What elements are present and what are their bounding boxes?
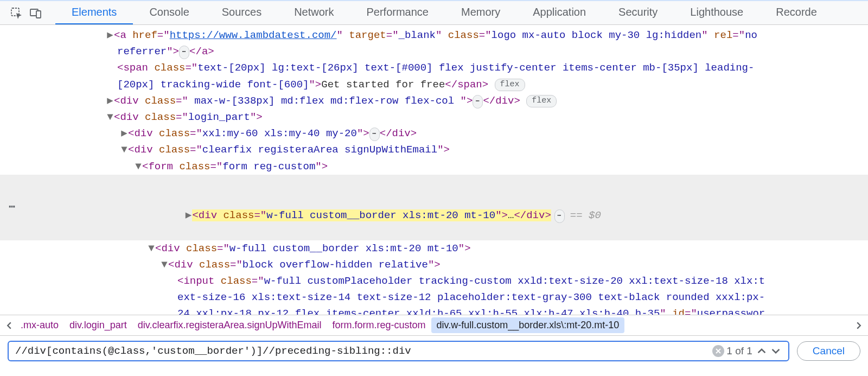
more-actions-icon[interactable]: ⋯ (9, 199, 16, 215)
flex-badge[interactable]: flex (526, 95, 557, 107)
elements-tree[interactable]: ▶<a href="https://www.lambdatest.com/" t… (0, 25, 868, 315)
tree-node-sibling-div[interactable]: ▼<div class="w-full custom__border xls:m… (0, 240, 868, 257)
flex-badge[interactable]: flex (495, 79, 525, 91)
tree-node-flex-div[interactable]: ▶<div class=" max-w-[338px] md:flex md:f… (0, 93, 868, 109)
find-next-icon[interactable] (769, 344, 783, 358)
svg-rect-2 (36, 11, 41, 18)
tab-application[interactable]: Application (516, 1, 602, 25)
tree-node-span[interactable]: <span class="text-[20px] lg:text-[26px] … (0, 60, 868, 76)
tab-lighthouse[interactable]: Lighthouse (674, 1, 760, 25)
tree-node-clearfix[interactable]: ▼<div class="clearfix registeraArea sign… (0, 142, 868, 158)
tree-node-input-cont[interactable]: ext-size-16 xls:text-size-14 text-size-1… (0, 289, 868, 305)
tab-elements[interactable]: Elements (55, 1, 133, 25)
tree-node-a[interactable]: ▶<a href="https://www.lambdatest.com/" t… (0, 27, 868, 43)
ellipsis-icon[interactable]: ⋯ (554, 209, 565, 223)
devtools-tabs: Elements Console Sources Network Perform… (55, 1, 833, 24)
ellipsis-icon[interactable]: ⋯ (369, 128, 380, 141)
tree-node-span-cont[interactable]: [20px] tracking-wide font-[600]">Get sta… (0, 77, 868, 93)
find-input-wrap: 1 of 1 (8, 341, 789, 361)
breadcrumb-item[interactable]: div.clearfix.registeraArea.signUpWithEma… (132, 317, 327, 333)
tab-sources[interactable]: Sources (206, 1, 278, 25)
breadcrumb-scroll-right-icon[interactable] (853, 320, 865, 332)
ellipsis-icon[interactable]: ⋯ (179, 46, 189, 59)
breadcrumb-scroll-left-icon[interactable] (3, 320, 15, 332)
tree-node-a-cont[interactable]: referrer">⋯</a> (0, 43, 868, 60)
breadcrumb: .mx-auto div.login_part div.clearfix.reg… (0, 315, 868, 335)
breadcrumb-item[interactable]: form.form.reg-custom (327, 317, 431, 333)
breadcrumb-item[interactable]: .mx-auto (15, 317, 64, 333)
tab-network[interactable]: Network (278, 1, 350, 25)
tree-node-selected[interactable]: ⋯ ▶<div class="w-full custom__border xls… (0, 175, 868, 240)
tree-node-input[interactable]: <input class="w-full customPlaceholder t… (0, 273, 868, 289)
inspect-element-icon[interactable] (7, 3, 26, 23)
breadcrumb-item-selected[interactable]: div.w-full.custom__border.xls\:mt-20.mt-… (431, 317, 625, 333)
clear-icon[interactable] (712, 345, 724, 357)
breadcrumb-item[interactable]: div.login_part (64, 317, 132, 333)
find-input[interactable] (14, 345, 712, 358)
devtools-toolbar: Elements Console Sources Network Perform… (0, 0, 868, 25)
find-prev-icon[interactable] (755, 344, 769, 358)
tree-node-input-cont2[interactable]: 24 xxl:px-18 px-12 flex items-center xxl… (0, 305, 868, 315)
tree-node-login-part[interactable]: ▼<div class="login_part"> (0, 109, 868, 125)
tab-security[interactable]: Security (602, 1, 674, 25)
tab-memory[interactable]: Memory (445, 1, 516, 25)
tab-console[interactable]: Console (133, 1, 205, 25)
ellipsis-icon[interactable]: ⋯ (473, 95, 483, 109)
eq-dollar-hint: == $0 (570, 209, 601, 221)
tree-node-block-div[interactable]: ▼<div class="block overflow-hidden relat… (0, 257, 868, 273)
find-bar: 1 of 1 Cancel (0, 335, 868, 366)
tab-recorder[interactable]: Recorde (760, 1, 833, 25)
tree-node-my60[interactable]: ▶<div class="xxl:my-60 xls:my-40 my-20">… (0, 125, 868, 142)
tab-performance[interactable]: Performance (350, 1, 445, 25)
find-match-count: 1 of 1 (724, 345, 755, 357)
device-toolbar-icon[interactable] (26, 3, 46, 23)
tree-node-form[interactable]: ▼<form class="form reg-custom"> (0, 158, 868, 175)
cancel-button[interactable]: Cancel (797, 341, 860, 361)
